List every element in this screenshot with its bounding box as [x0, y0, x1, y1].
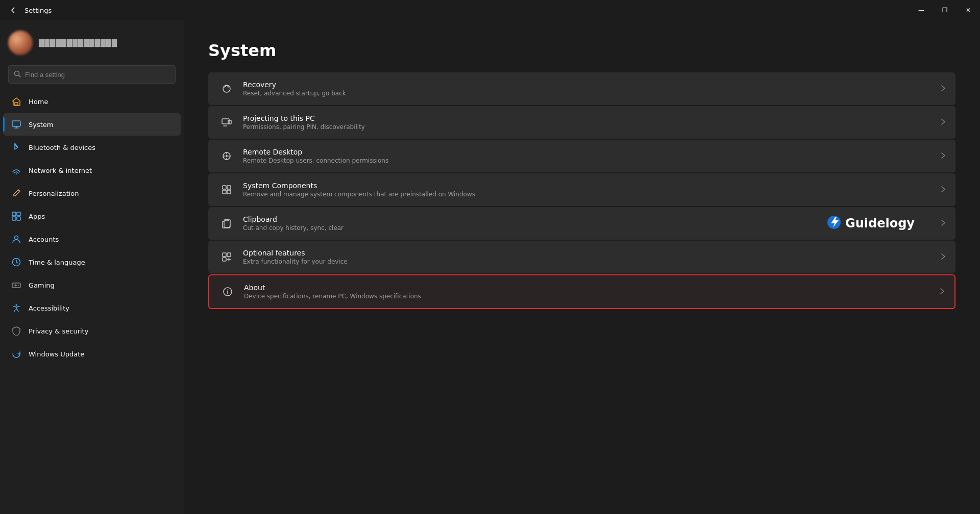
search-container [0, 63, 184, 90]
sidebar-item-label-personalization: Personalization [29, 190, 79, 197]
network-icon [11, 165, 21, 175]
setting-desc-projecting: Permissions, pairing PIN, discoverabilit… [243, 123, 935, 131]
page-title: System [208, 41, 955, 60]
svg-rect-31 [223, 258, 226, 261]
chevron-right-icon [940, 288, 944, 296]
svg-rect-23 [223, 186, 226, 189]
sidebar-item-apps[interactable]: Apps [3, 205, 181, 227]
sidebar-item-label-system: System [29, 121, 53, 128]
sidebar-item-system[interactable]: System [3, 113, 181, 136]
svg-rect-9 [12, 217, 16, 220]
apps-icon [11, 211, 21, 221]
system-icon [11, 119, 21, 130]
svg-rect-7 [12, 212, 16, 216]
svg-point-6 [16, 173, 17, 174]
sidebar-item-label-home: Home [29, 98, 48, 106]
sidebar-item-label-accounts: Accounts [29, 236, 59, 243]
setting-item-system-components[interactable]: System ComponentsRemove and manage syste… [208, 173, 955, 206]
setting-item-about[interactable]: AboutDevice specifications, rename PC, W… [208, 274, 955, 309]
titlebar: Settings — ❐ ✕ [0, 0, 980, 20]
svg-rect-30 [227, 253, 231, 256]
update-icon [11, 349, 21, 359]
setting-desc-recovery: Reset, advanced startup, go back [243, 90, 935, 97]
maximize-button[interactable]: ❐ [933, 0, 957, 20]
setting-desc-optional-features: Extra functionality for your device [243, 258, 935, 265]
chevron-right-icon [941, 253, 945, 261]
setting-item-remote-desktop[interactable]: Remote DesktopRemote Desktop users, conn… [208, 140, 955, 172]
sidebar-item-bluetooth[interactable]: Bluetooth & devices [3, 136, 181, 159]
sidebar-item-label-privacy: Privacy & security [29, 327, 88, 335]
privacy-icon [11, 326, 21, 336]
sidebar-item-home[interactable]: Home [3, 90, 181, 113]
gaming-icon [11, 280, 21, 290]
projecting-icon [218, 114, 235, 131]
setting-item-clipboard[interactable]: ClipboardCut and copy history, sync, cle… [208, 207, 955, 240]
sidebar-item-label-apps: Apps [29, 213, 45, 220]
chevron-right-icon [941, 186, 945, 194]
chevron-right-icon [941, 220, 945, 227]
watermark-icon [827, 215, 841, 232]
avatar [8, 31, 33, 55]
svg-point-17 [16, 304, 17, 306]
svg-rect-8 [17, 212, 20, 216]
sidebar-item-accounts[interactable]: Accounts [3, 228, 181, 250]
close-button[interactable]: ✕ [957, 0, 980, 20]
sidebar-item-update[interactable]: Windows Update [3, 343, 181, 365]
chevron-right-icon [941, 119, 945, 126]
time-icon [11, 257, 21, 267]
search-input[interactable] [25, 71, 170, 79]
svg-rect-29 [223, 253, 226, 256]
svg-point-11 [15, 236, 18, 240]
svg-point-36 [227, 290, 228, 291]
clipboard-icon [218, 215, 235, 232]
setting-item-projecting[interactable]: Projecting to this PCPermissions, pairin… [208, 106, 955, 139]
sidebar-item-privacy[interactable]: Privacy & security [3, 320, 181, 342]
svg-point-21 [226, 155, 228, 157]
sidebar-item-time[interactable]: Time & language [3, 251, 181, 273]
sidebar-item-label-gaming: Gaming [29, 281, 55, 289]
accounts-icon [11, 234, 21, 244]
back-button[interactable] [6, 3, 20, 17]
personalization-icon [11, 188, 21, 198]
setting-desc-remote-desktop: Remote Desktop users, connection permiss… [243, 157, 935, 164]
remote-desktop-icon [218, 148, 235, 164]
sidebar-item-personalization[interactable]: Personalization [3, 182, 181, 204]
setting-title-remote-desktop: Remote Desktop [243, 148, 935, 156]
window-controls: — ❐ ✕ [910, 0, 980, 20]
accessibility-icon [11, 303, 21, 313]
sidebar-item-label-network: Network & internet [29, 167, 92, 174]
home-icon [11, 96, 21, 107]
svg-rect-26 [227, 190, 231, 194]
system-components-icon [218, 182, 235, 198]
svg-rect-3 [12, 121, 20, 126]
svg-rect-19 [228, 120, 231, 124]
sidebar-item-gaming[interactable]: Gaming [3, 274, 181, 296]
setting-item-optional-features[interactable]: Optional featuresExtra functionality for… [208, 241, 955, 273]
svg-rect-24 [227, 186, 231, 189]
sidebar-item-network[interactable]: Network & internet [3, 159, 181, 182]
sidebar: ██████████████ HomeSystemBluetooth & dev… [0, 20, 184, 514]
sidebar-item-label-accessibility: Accessibility [29, 304, 69, 312]
main-layout: ██████████████ HomeSystemBluetooth & dev… [0, 20, 980, 514]
svg-point-16 [18, 285, 19, 286]
svg-rect-25 [223, 190, 226, 194]
setting-item-recovery[interactable]: RecoveryReset, advanced startup, go back [208, 72, 955, 105]
setting-title-system-components: System Components [243, 182, 935, 190]
about-icon [219, 284, 236, 300]
watermark-text: Guidelogy [845, 216, 915, 230]
search-box[interactable] [8, 65, 176, 84]
user-profile[interactable]: ██████████████ [0, 20, 184, 63]
setting-title-about: About [244, 284, 934, 292]
setting-title-optional-features: Optional features [243, 249, 935, 257]
svg-line-1 [19, 75, 21, 77]
chevron-right-icon [941, 152, 945, 160]
setting-title-projecting: Projecting to this PC [243, 114, 935, 122]
sidebar-item-label-update: Windows Update [29, 350, 84, 358]
svg-rect-10 [17, 217, 20, 220]
setting-title-recovery: Recovery [243, 81, 935, 89]
setting-desc-about: Device specifications, rename PC, Window… [244, 293, 934, 300]
sidebar-item-accessibility[interactable]: Accessibility [3, 297, 181, 319]
sidebar-item-label-time: Time & language [29, 259, 85, 266]
minimize-button[interactable]: — [910, 0, 933, 20]
setting-desc-clipboard: Cut and copy history, sync, clear [243, 224, 827, 232]
